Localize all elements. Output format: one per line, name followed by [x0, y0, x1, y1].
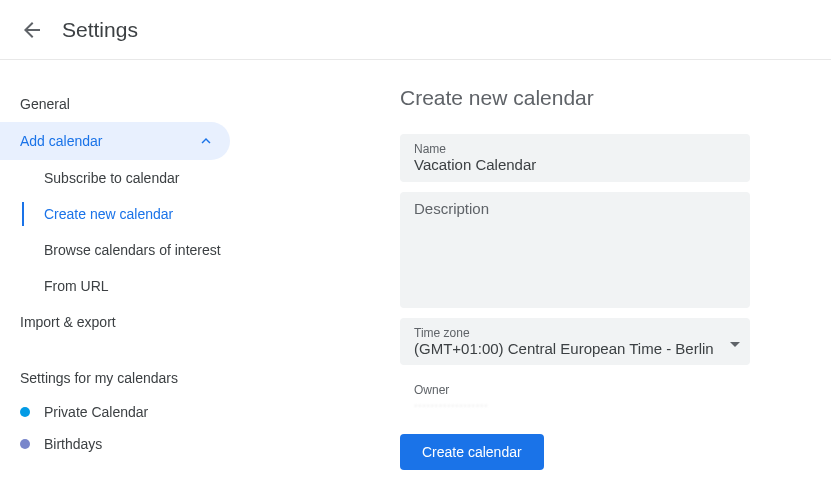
calendar-item-label: Birthdays [44, 436, 102, 452]
settings-calendars-heading: Settings for my calendars [0, 360, 260, 396]
sub-items: Subscribe to calendar Create new calenda… [22, 160, 260, 304]
header: Settings [0, 0, 831, 60]
name-field[interactable]: Name [400, 134, 750, 182]
timezone-field[interactable]: Time zone (GMT+01:00) Central European T… [400, 318, 750, 365]
sidebar-item-browse[interactable]: Browse calendars of interest [24, 232, 260, 268]
name-input[interactable] [414, 156, 736, 173]
color-dot-icon [20, 439, 30, 449]
name-label: Name [414, 142, 736, 156]
calendar-item-private[interactable]: Private Calendar [0, 396, 260, 428]
timezone-label: Time zone [414, 326, 736, 340]
sidebar-item-import-export[interactable]: Import & export [0, 304, 260, 340]
sidebar: General Add calendar Subscribe to calend… [0, 60, 260, 470]
sidebar-item-add-calendar[interactable]: Add calendar [0, 122, 230, 160]
content: General Add calendar Subscribe to calend… [0, 60, 831, 470]
sidebar-item-subscribe[interactable]: Subscribe to calendar [24, 160, 260, 196]
back-arrow-icon[interactable] [20, 18, 44, 42]
description-field[interactable]: Description [400, 192, 750, 308]
sidebar-item-create-new[interactable]: Create new calendar [24, 196, 260, 232]
dropdown-arrow-icon [730, 333, 740, 351]
timezone-value: (GMT+01:00) Central European Time - Berl… [414, 340, 736, 357]
sidebar-item-from-url[interactable]: From URL [24, 268, 260, 304]
chevron-up-icon [197, 132, 215, 150]
description-label: Description [414, 200, 736, 217]
calendar-item-birthdays[interactable]: Birthdays [0, 428, 260, 460]
color-dot-icon [20, 407, 30, 417]
owner-field: Owner ·················· [400, 375, 750, 420]
main-panel: Create new calendar Name Description Tim… [260, 60, 831, 470]
page-title: Settings [62, 18, 138, 42]
sidebar-item-general[interactable]: General [0, 86, 260, 122]
calendar-item-label: Private Calendar [44, 404, 148, 420]
owner-value: ·················· [414, 397, 736, 412]
main-title: Create new calendar [400, 86, 771, 110]
create-calendar-button[interactable]: Create calendar [400, 434, 544, 470]
owner-label: Owner [414, 383, 736, 397]
sidebar-item-label: Add calendar [20, 133, 103, 149]
